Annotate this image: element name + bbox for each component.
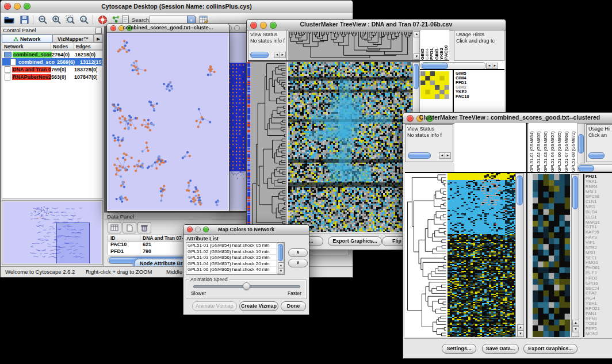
cell-id: PAC10: [108, 242, 140, 248]
usage-hints-scrollbar[interactable]: [588, 152, 605, 159]
main-title-bar[interactable]: Cytoscape Desktop (Session Name: collins…: [1, 1, 353, 14]
attribute-list-item[interactable]: GPL51-02 (GSM855) heat shock 10 min: [186, 249, 277, 255]
usage-hints-text: Click an: [588, 132, 612, 139]
tv2-column-label: GPL51-03 (GSM856): [542, 123, 549, 172]
network-overview-canvas[interactable]: [3, 202, 101, 263]
network-canvas[interactable]: [108, 33, 228, 210]
save-icon[interactable]: [18, 14, 30, 25]
attribute-list-item[interactable]: GPL51-03 (GSM856) heat shock 15 min: [186, 255, 277, 261]
tv2-column-label: GPL51-06 (GSM865): [556, 123, 563, 172]
float-panel-icon[interactable]: [95, 28, 102, 34]
tab-network[interactable]: Network: [2, 35, 52, 43]
save-data-button[interactable]: Save Data...: [482, 344, 519, 354]
view-status-scrollbar[interactable]: [408, 152, 431, 159]
attribute-list-item[interactable]: GPL51-06 (GSM865) heat shock 40 min: [186, 267, 277, 273]
export-graphics-button[interactable]: Export Graphics...: [523, 344, 577, 354]
new-attribute-icon[interactable]: [123, 222, 136, 233]
tv2-heatmap-vscrollbar[interactable]: ▲ ▼: [515, 173, 524, 337]
column-header-edges[interactable]: Edges: [74, 43, 103, 50]
open-file-icon[interactable]: [3, 14, 16, 25]
attribute-list-scrollbar[interactable]: ▲ ▼: [277, 243, 284, 274]
export-graphics-button[interactable]: Export Graphics...: [328, 236, 382, 246]
animation-speed-group: Animation Speed Slower Faster: [186, 279, 307, 299]
divider: [526, 123, 527, 338]
treeview2-title-bar[interactable]: ClusterMaker TreeView : combined_scores_…: [403, 113, 612, 124]
tv2-button-bar: Settings... Save Data... Export Graphics…: [404, 338, 612, 358]
tv1-gene-list[interactable]: GIM5GIM4PFD1GIM3YKE2PAC10: [456, 71, 503, 99]
data-col-id[interactable]: ID: [108, 235, 140, 241]
treeview1-title-bar[interactable]: ClusterMaker TreeView : DNA and Tran 07-…: [247, 20, 506, 30]
usage-hints-title: Usage Hints: [456, 32, 502, 38]
view-status-scrollbar[interactable]: [250, 52, 269, 58]
attribute-list-item[interactable]: GPL51-04 (GSM857) heat shock 20 min: [186, 261, 277, 267]
network-row[interactable]: DNA and Tran 07769(0)183728(0): [2, 66, 102, 73]
tab-scroll-right[interactable]: ▶: [94, 35, 103, 43]
settings-button[interactable]: Settings...: [442, 344, 476, 354]
scroll-right-arrow[interactable]: ►: [445, 152, 451, 159]
tv2-zoom-hscrollbar[interactable]: [577, 164, 612, 172]
network-row[interactable]: combined_sco2569(6)13112(15): [2, 58, 102, 66]
tv1-column-dendrogram[interactable]: [288, 30, 412, 60]
zoom-fit-icon[interactable]: 1:1: [78, 14, 90, 25]
tv2-coltree-vscrollbar[interactable]: [577, 123, 585, 163]
network-window-title-bar[interactable]: combined_scores_good.txt--cluste...: [107, 24, 229, 33]
tv2-zoom-heatmap[interactable]: [533, 174, 570, 337]
slider-thumb[interactable]: [243, 282, 250, 290]
network-list: combined_scores2764(0)16218(0)combined_s…: [2, 50, 103, 199]
tab-network-label: Network: [20, 36, 41, 42]
attribute-listbox[interactable]: GPL51-01 (GSM854) heat shock 05 minGPL51…: [186, 242, 285, 275]
network-row[interactable]: RNAPuberNov2+563(0)107847(0): [2, 73, 102, 81]
status-hint-zoom: Right-click + drag to ZOOM: [86, 267, 152, 277]
attribute-list-item[interactable]: GPL51-01 (GSM854) heat shock 05 min: [186, 243, 277, 249]
scroll-right-arrow[interactable]: ►: [280, 52, 286, 58]
map-colors-dialog: Map Colors to Network Attribute List GPL…: [183, 224, 309, 315]
treeview2-window: ClusterMaker TreeView : combined_scores_…: [403, 112, 612, 359]
column-header-nodes[interactable]: Nodes: [51, 43, 74, 50]
select-attributes-icon[interactable]: [108, 222, 121, 233]
divider: [420, 69, 504, 70]
tv2-row-dendrogram[interactable]: [405, 173, 447, 337]
tv2-column-label: GPL51-02 (GSM855): [536, 123, 542, 172]
data-panel-title: Data Panel: [107, 213, 134, 220]
network-nodes: 563(0): [51, 74, 74, 80]
tv2-heatmap[interactable]: [447, 173, 515, 337]
tv1-zoom-heatmap[interactable]: [420, 71, 449, 99]
svg-text:1:1: 1:1: [82, 17, 87, 21]
tv1-row-dendrogram[interactable]: [250, 62, 287, 232]
toolbar-separator: [93, 15, 93, 24]
animate-vizmap-button[interactable]: Animate Vizmap: [192, 301, 237, 311]
attribute-list-item[interactable]: GPL51-07 (GSM868) heat shock 60 min: [186, 273, 277, 275]
zoom-out-icon[interactable]: [36, 14, 49, 25]
minimize-button[interactable]: [234, 25, 240, 31]
tv2-zoom-vscrollbar[interactable]: ▲ ▼: [571, 174, 579, 337]
network-nodes: 2569(6): [57, 59, 80, 65]
scroll-right-arrow[interactable]: ►: [492, 63, 498, 69]
move-down-button[interactable]: ∨: [288, 259, 308, 267]
network-edges: 183728(0): [74, 67, 97, 72]
tv1-gene-label: PAC10: [456, 94, 503, 99]
network-view[interactable]: [108, 33, 228, 210]
create-vizmap-button[interactable]: Create Vizmap: [239, 301, 278, 311]
tv2-column-tree-area[interactable]: [454, 123, 526, 172]
tv2-gene-list[interactable]: PFD1YRA1RNR4MSL1SPC98CLN1NIS1BUD4ELG1MAK…: [583, 174, 612, 337]
network-nodes: 769(0): [51, 67, 74, 72]
folder-icon: [4, 52, 12, 58]
network-nodes: 2764(0): [52, 52, 75, 58]
column-header-network[interactable]: Network: [2, 43, 51, 50]
delete-attribute-icon[interactable]: [137, 222, 151, 233]
tv1-view-status-panel: View Status No status info f ◄ ►: [248, 30, 287, 61]
tab-vizmapper[interactable]: VizMapper™: [52, 35, 94, 43]
tv1-column-label: PAC10: [444, 30, 449, 60]
network-row[interactable]: combined_scores2764(0)16218(0): [2, 51, 102, 58]
tv2-view-status-panel: View Status No status info f ◄ ►: [405, 124, 453, 162]
move-up-button[interactable]: ∧: [288, 248, 308, 257]
done-button[interactable]: Done: [281, 301, 306, 311]
zoom-selected-icon[interactable]: [64, 14, 76, 25]
tv1-heatmap[interactable]: [288, 62, 412, 232]
dialog-title-bar[interactable]: Map Colors to Network: [183, 225, 309, 235]
network-edges: 16218(0): [75, 52, 98, 58]
tv1-coltree-scrollbar[interactable]: ▲ ▼: [412, 30, 420, 60]
zoom-in-icon[interactable]: [50, 14, 63, 25]
network-view-window: combined_scores_good.txt--cluste...: [106, 23, 230, 212]
tv2-column-label: GPL51-07 (GSM868): [563, 123, 570, 172]
